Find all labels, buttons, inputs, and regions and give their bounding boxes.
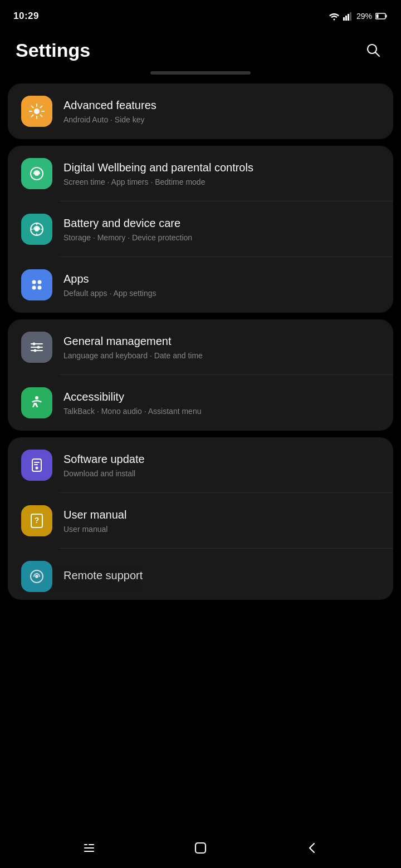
settings-item-advanced-features[interactable]: Advanced features Android Auto · Side ke… [8, 83, 393, 139]
settings-group-3: General management Language and keyboard… [8, 319, 393, 431]
svg-point-27 [36, 467, 38, 470]
search-icon [365, 42, 381, 58]
svg-point-23 [37, 346, 40, 349]
general-management-text: General management Language and keyboard… [63, 334, 380, 361]
svg-point-17 [32, 286, 36, 290]
software-update-subtitle: Download and install [63, 468, 380, 479]
svg-rect-1 [343, 17, 345, 21]
settings-item-accessibility[interactable]: Accessibility TalkBack · Mono audio · As… [8, 375, 393, 431]
svg-point-24 [34, 349, 37, 352]
signal-icon [343, 12, 353, 21]
settings-item-battery-device-care[interactable]: Battery and device care Storage · Memory… [8, 201, 393, 257]
status-bar: 10:29 29% [0, 0, 401, 29]
search-button[interactable] [361, 38, 385, 62]
settings-group-4: Software update Download and install ? U… [8, 437, 393, 600]
apps-icon [21, 269, 52, 300]
battery-text: 29% [356, 12, 372, 21]
svg-point-31 [35, 575, 38, 578]
battery-icon [375, 12, 388, 20]
svg-point-14 [35, 228, 38, 231]
digital-wellbeing-text: Digital Wellbeing and parental controls … [63, 160, 380, 187]
software-update-icon [21, 450, 52, 481]
recent-apps-button[interactable] [72, 831, 106, 865]
recent-apps-icon [81, 840, 97, 856]
apps-subtitle: Default apps · App settings [63, 288, 380, 298]
digital-wellbeing-subtitle: Screen time · App timers · Bedtime mode [63, 177, 380, 187]
remote-support-title: Remote support [63, 568, 380, 583]
software-update-text: Software update Download and install [63, 452, 380, 479]
page-title: Settings [16, 40, 90, 61]
accessibility-subtitle: TalkBack · Mono audio · Assistant menu [63, 406, 380, 416]
apps-title: Apps [63, 272, 380, 286]
home-icon [193, 840, 208, 856]
svg-point-0 [333, 19, 335, 21]
battery-device-care-icon [21, 214, 52, 245]
svg-rect-36 [195, 843, 206, 853]
remote-support-icon [21, 561, 52, 592]
svg-point-15 [32, 280, 36, 284]
svg-rect-2 [345, 16, 347, 21]
settings-item-remote-support[interactable]: Remote support [8, 549, 393, 600]
settings-item-user-manual[interactable]: ? User manual User manual [8, 493, 393, 549]
svg-point-8 [368, 45, 376, 53]
svg-point-22 [33, 343, 36, 346]
digital-wellbeing-icon [21, 158, 52, 189]
advanced-features-text: Advanced features Android Auto · Side ke… [63, 98, 380, 125]
accessibility-title: Accessibility [63, 389, 380, 404]
battery-device-care-subtitle: Storage · Memory · Device protection [63, 233, 380, 243]
svg-rect-4 [350, 12, 351, 21]
advanced-features-subtitle: Android Auto · Side key [63, 115, 380, 125]
battery-device-care-title: Battery and device care [63, 216, 380, 230]
navigation-bar [0, 828, 401, 868]
svg-line-9 [376, 53, 380, 57]
accessibility-icon [21, 387, 52, 418]
back-icon [304, 840, 320, 856]
user-manual-title: User manual [63, 507, 380, 522]
settings-item-apps[interactable]: Apps Default apps · App settings [8, 257, 393, 313]
settings-group-1: Advanced features Android Auto · Side ke… [8, 83, 393, 139]
page-header: Settings [0, 29, 401, 69]
status-icons: 29% [329, 12, 388, 21]
advanced-features-title: Advanced features [63, 98, 380, 112]
user-manual-icon: ? [21, 505, 52, 536]
general-management-title: General management [63, 334, 380, 348]
svg-text:?: ? [35, 516, 40, 525]
scroll-indicator [150, 71, 251, 75]
svg-point-25 [35, 396, 38, 400]
accessibility-text: Accessibility TalkBack · Mono audio · As… [63, 389, 380, 416]
svg-point-10 [34, 108, 40, 114]
svg-rect-3 [348, 14, 349, 21]
settings-item-software-update[interactable]: Software update Download and install [8, 437, 393, 493]
advanced-features-icon [21, 96, 52, 127]
svg-rect-6 [386, 15, 387, 18]
status-time: 10:29 [13, 11, 39, 22]
settings-item-general-management[interactable]: General management Language and keyboard… [8, 319, 393, 375]
svg-rect-7 [376, 14, 379, 18]
user-manual-subtitle: User manual [63, 524, 380, 534]
general-management-subtitle: Language and keyboard · Date and time [63, 351, 380, 361]
battery-device-care-text: Battery and device care Storage · Memory… [63, 216, 380, 243]
settings-group-2: Digital Wellbeing and parental controls … [8, 146, 393, 313]
software-update-title: Software update [63, 452, 380, 466]
apps-text: Apps Default apps · App settings [63, 272, 380, 298]
wifi-icon [329, 12, 340, 21]
svg-point-18 [38, 286, 42, 290]
remote-support-text: Remote support [63, 568, 380, 585]
digital-wellbeing-title: Digital Wellbeing and parental controls [63, 160, 380, 175]
back-button[interactable] [295, 831, 329, 865]
user-manual-text: User manual User manual [63, 507, 380, 534]
general-management-icon [21, 332, 52, 363]
svg-point-12 [35, 172, 38, 175]
settings-item-digital-wellbeing[interactable]: Digital Wellbeing and parental controls … [8, 146, 393, 201]
home-button[interactable] [184, 831, 217, 865]
svg-point-16 [38, 280, 42, 284]
